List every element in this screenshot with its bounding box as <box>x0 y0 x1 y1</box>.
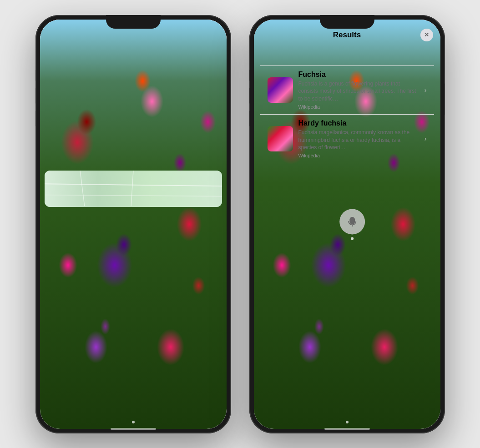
map-roads <box>45 171 222 206</box>
hardy-fuchsia-thumbnail <box>268 126 293 151</box>
vs-dot <box>351 237 354 240</box>
home-indicator-right <box>324 428 370 430</box>
results-header: Results ✕ <box>254 25 440 45</box>
left-phone: Add a Caption Look Up – Plant › <box>35 15 231 433</box>
fuchsia-description: Fuchsia is a genus of flowering plants t… <box>298 80 419 103</box>
result-hardy-fuchsia[interactable]: Hardy fuchsia Fuchsia magellanica, commo… <box>260 114 434 163</box>
hardy-fuchsia-description: Fuchsia magellanica, commonly known as t… <box>298 129 419 151</box>
fuchsia-source: Wikipedia <box>298 104 419 110</box>
svg-line-1 <box>45 184 222 186</box>
svg-line-3 <box>131 171 133 206</box>
result-fuchsia[interactable]: Fuchsia Fuchsia is a genus of flowering … <box>260 65 434 114</box>
phones-container: Add a Caption Look Up – Plant › <box>26 6 454 443</box>
fuchsia-name: Fuchsia <box>298 70 419 79</box>
fuchsia-info: Fuchsia Fuchsia is a genus of flowering … <box>298 70 419 110</box>
left-phone-screen: Add a Caption Look Up – Plant › <box>40 20 227 429</box>
svg-line-4 <box>45 195 222 196</box>
visual-search-button[interactable] <box>339 209 365 234</box>
close-button[interactable]: ✕ <box>420 29 433 41</box>
fuchsia-chevron: › <box>424 86 427 94</box>
fuchsia-thumbnail <box>268 77 293 103</box>
right-phone: Results ✕ Siri Knowledge Show More Fuchs… <box>249 15 445 433</box>
hardy-fuchsia-source: Wikipedia <box>298 153 419 158</box>
flower-detail <box>40 20 227 429</box>
hardy-fuchsia-chevron: › <box>424 135 427 142</box>
drag-handle[interactable] <box>339 23 355 25</box>
map-area[interactable] <box>45 171 222 207</box>
hardy-fuchsia-info: Hardy fuchsia Fuchsia magellanica, commo… <box>298 119 419 158</box>
svg-line-2 <box>80 171 85 206</box>
page-indicator <box>132 421 135 423</box>
right-phone-screen: Results ✕ Siri Knowledge Show More Fuchs… <box>254 20 440 429</box>
hardy-fuchsia-name: Hardy fuchsia <box>298 119 419 127</box>
page-indicator-right <box>346 421 349 423</box>
home-indicator <box>111 428 156 430</box>
results-title: Results <box>333 30 361 40</box>
